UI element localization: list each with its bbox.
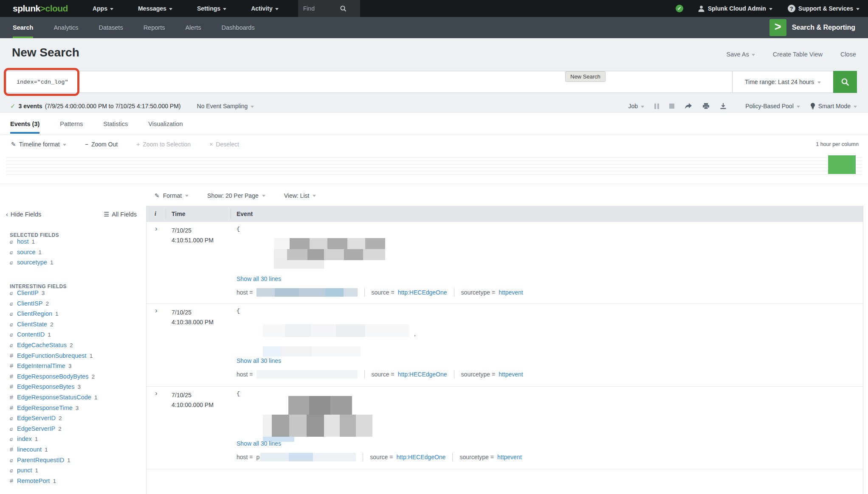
sourcetype-value[interactable]: httpevent [499, 371, 523, 378]
print-icon[interactable] [702, 103, 710, 109]
caret-down-icon [313, 195, 316, 197]
field-item-index[interactable]: aindex1 [10, 435, 97, 446]
create-table-view-button[interactable]: Create Table View [773, 51, 823, 58]
field-item-ClientState[interactable]: aClientState2 [10, 321, 97, 331]
field-item-EdgeServerIP[interactable]: aEdgeServerIP2 [10, 425, 97, 436]
nav-item-alerts[interactable]: Alerts [185, 17, 201, 38]
all-fields-button[interactable]: ☰ All Fields [104, 211, 137, 218]
timeline-bar-segment[interactable] [828, 155, 856, 174]
find-input[interactable] [303, 5, 340, 12]
share-job-icon[interactable] [685, 103, 692, 109]
splunk-cloud-logo[interactable]: splunk>cloud [13, 3, 68, 14]
plus-icon: + [136, 141, 140, 148]
field-type: a [10, 342, 14, 349]
tab-statistics[interactable]: Statistics [103, 113, 128, 135]
save-as-button[interactable]: Save As [727, 51, 755, 58]
support-menu[interactable]: ? Support & Services [788, 5, 860, 12]
job-menu[interactable]: Job [628, 103, 645, 109]
timeline-chart[interactable] [6, 154, 862, 175]
pause-job-icon[interactable] [654, 104, 659, 109]
search-reporting-app-icon[interactable]: > [769, 19, 786, 36]
zoom-out-button[interactable]: − Zoom Out [85, 141, 118, 148]
field-item-RemotePort[interactable]: #RemotePort1 [10, 477, 97, 488]
field-name: ClientRegion [17, 310, 52, 317]
per-page-dropdown[interactable]: Show: 20 Per Page [207, 192, 265, 199]
menu-activity[interactable]: Activity [251, 5, 279, 12]
success-check-icon: ✓ [10, 102, 16, 110]
expand-event-icon[interactable]: › [155, 389, 158, 398]
expand-event-icon[interactable]: › [155, 225, 158, 233]
divider [0, 184, 868, 184]
field-item-source[interactable]: asource1 [10, 249, 59, 259]
nav-item-reports[interactable]: Reports [144, 17, 165, 38]
tab-events[interactable]: Events (3) [10, 113, 39, 135]
event-sampling-dropdown[interactable]: No Event Sampling [197, 103, 254, 109]
field-item-EdgeServerID[interactable]: aEdgeServerID2 [10, 415, 97, 425]
health-check-icon[interactable]: ✓ [676, 5, 683, 12]
field-item-ContentID[interactable]: aContentID1 [10, 331, 97, 342]
field-item-EdgeResponseTime[interactable]: #EdgeResponseTime3 [10, 404, 97, 415]
field-type: a [10, 436, 14, 443]
field-count: 1 [45, 446, 48, 453]
tab-patterns[interactable]: Patterns [60, 113, 83, 135]
run-search-button[interactable] [833, 71, 857, 93]
show-all-lines-link[interactable]: Show all 30 lines [237, 275, 281, 282]
tab-visualization[interactable]: Visualization [148, 113, 183, 135]
field-count: 1 [35, 436, 38, 442]
field-item-EdgeResponseBytes[interactable]: #EdgeResponseBytes3 [10, 383, 97, 394]
menu-apps[interactable]: Apps [93, 5, 113, 12]
sourcetype-value[interactable]: httpevent [499, 289, 523, 296]
search-query-input[interactable] [17, 79, 732, 85]
source-value[interactable]: http:HECEdgeOne [396, 454, 445, 460]
field-item-host[interactable]: ahost1 [10, 238, 59, 249]
field-item-linecount[interactable]: #linecount1 [10, 446, 97, 457]
show-all-lines-link[interactable]: Show all 30 lines [237, 440, 281, 447]
deselect-button[interactable]: × Deselect [209, 141, 239, 148]
host-label: host = [237, 454, 253, 460]
time-range-picker[interactable]: Time range: Last 24 hours [732, 71, 833, 93]
source-value[interactable]: http:HECEdgeOne [398, 371, 447, 378]
close-button[interactable]: Close [840, 51, 856, 58]
logo-product: cloud [45, 3, 68, 13]
field-count: 1 [31, 239, 35, 245]
source-value[interactable]: http:HECEdgeOne [398, 289, 447, 296]
event-time: 7/10/25 4:10:00.000 PM [172, 390, 214, 410]
field-item-ClientRegion[interactable]: aClientRegion1 [10, 310, 97, 321]
field-item-EdgeFunctionSubrequest[interactable]: #EdgeFunctionSubrequest1 [10, 352, 97, 363]
zoom-to-selection-button[interactable]: + Zoom to Selection [136, 141, 191, 148]
nav-item-dashboards[interactable]: Dashboards [222, 17, 255, 38]
hide-fields-button[interactable]: ‹ Hide Fields [6, 211, 41, 218]
field-item-ParentRequestID[interactable]: aParentRequestID1 [10, 457, 97, 467]
policy-based-pool-dropdown[interactable]: Policy-Based Pool [745, 103, 800, 109]
menu-settings[interactable]: Settings [197, 5, 226, 12]
results-tabs: Events (3) Patterns Statistics Visualiza… [0, 113, 868, 135]
nav-item-analytics[interactable]: Analytics [54, 17, 78, 38]
field-item-sourcetype[interactable]: asourcetype1 [10, 259, 59, 269]
field-item-ClientIP[interactable]: aClientIP3 [10, 289, 97, 300]
format-dropdown[interactable]: ✎ Format [155, 192, 189, 199]
support-menu-label: Support & Services [798, 5, 853, 12]
nav-item-search[interactable]: Search [13, 17, 33, 38]
field-item-punct[interactable]: apunct1 [10, 467, 97, 477]
timeline-toolbar: ✎ Timeline format − Zoom Out + Zoom to S… [0, 135, 868, 154]
nav-item-datasets[interactable]: Datasets [99, 17, 123, 38]
export-icon[interactable] [720, 103, 727, 109]
find-box[interactable] [298, 0, 360, 17]
sourcetype-value[interactable]: httpevent [497, 454, 522, 460]
field-item-EdgeResponseStatusCode[interactable]: #EdgeResponseStatusCode1 [10, 394, 97, 404]
field-count: 1 [39, 249, 42, 255]
user-menu[interactable]: Splunk Cloud Admin [698, 5, 772, 12]
field-type: a [10, 321, 14, 328]
timeline-format-dropdown[interactable]: ✎ Timeline format [11, 141, 66, 148]
expand-event-icon[interactable]: › [155, 306, 158, 315]
menu-messages[interactable]: Messages [138, 5, 172, 12]
field-item-EdgeInternalTime[interactable]: #EdgeInternalTime3 [10, 362, 97, 373]
search-mode-dropdown[interactable]: Smart Mode [810, 103, 857, 110]
field-item-ClientISP[interactable]: aClientISP2 [10, 300, 97, 311]
view-dropdown[interactable]: View: List [284, 192, 316, 199]
stop-job-icon[interactable] [669, 104, 674, 109]
field-item-EdgeCacheStatus[interactable]: aEdgeCacheStatus2 [10, 342, 97, 352]
show-all-lines-link[interactable]: Show all 30 lines [237, 357, 281, 364]
field-name: index [17, 435, 32, 442]
field-item-EdgeResponseBodyBytes[interactable]: #EdgeResponseBodyBytes2 [10, 373, 97, 384]
